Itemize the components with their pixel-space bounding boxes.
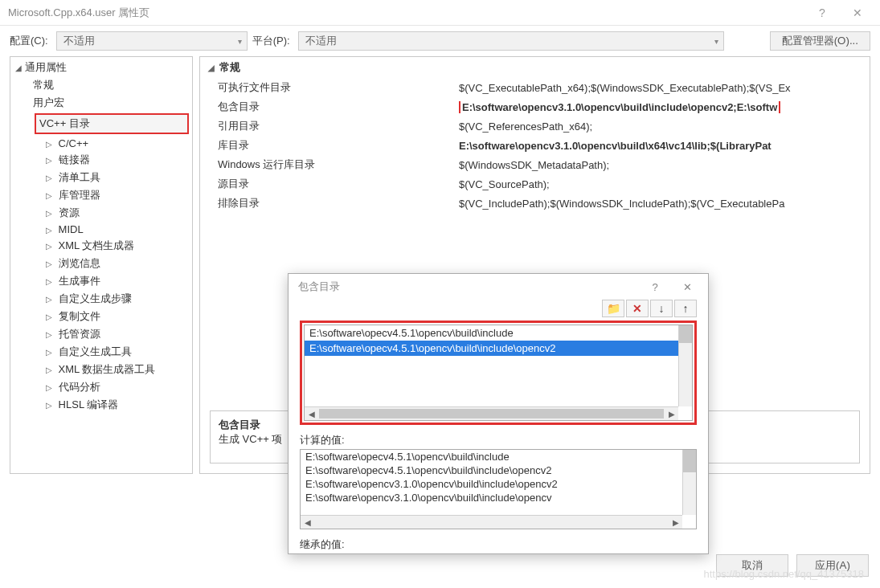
chevron-down-icon: ▾ bbox=[714, 37, 718, 46]
property-row[interactable]: 源目录$(VC_SourcePath); bbox=[218, 174, 870, 194]
property-value: E:\software\opencv3.1.0\opencv\build\x64… bbox=[459, 140, 870, 152]
tree-item[interactable]: ▷ HLSL 编译器 bbox=[10, 396, 192, 414]
property-value: $(VC_ReferencesPath_x64); bbox=[459, 120, 870, 133]
property-value: $(VC_IncludePath);$(WindowsSDK_IncludePa… bbox=[459, 198, 870, 210]
computed-label: 计算的值: bbox=[300, 433, 697, 447]
tree-item[interactable]: ▷ 库管理器 bbox=[10, 186, 192, 204]
delete-icon[interactable]: ✕ bbox=[626, 300, 649, 317]
config-combo[interactable]: 不适用 ▾ bbox=[56, 31, 248, 51]
tree-item[interactable]: ▷ XML 文档生成器 bbox=[10, 237, 192, 255]
dialog-titlebar: 包含目录 ? ✕ bbox=[289, 274, 708, 300]
close-button[interactable]: ✕ bbox=[840, 1, 875, 25]
property-label: 可执行文件目录 bbox=[218, 80, 459, 95]
tree-item[interactable]: ▷ 自定义生成工具 bbox=[10, 343, 192, 361]
tree-item[interactable]: ▷ 清单工具 bbox=[10, 169, 192, 186]
tree-item[interactable]: ▷ 资源 bbox=[10, 204, 192, 222]
scroll-left-icon[interactable]: ◀ bbox=[305, 407, 318, 421]
list-item[interactable]: E:\software\opecv4.5.1\opencv\build\incl… bbox=[305, 325, 692, 341]
scrollbar-thumb[interactable] bbox=[683, 450, 696, 472]
scrollbar-thumb[interactable] bbox=[679, 325, 692, 343]
property-label: 引用目录 bbox=[218, 119, 459, 133]
toolbar: 配置(C): 不适用 ▾ 平台(P): 不适用 ▾ 配置管理器(O)... bbox=[0, 26, 880, 56]
dialog-list-highlight: E:\software\opecv4.5.1\opencv\build\incl… bbox=[300, 321, 697, 425]
property-value: $(VC_SourcePath); bbox=[459, 178, 870, 190]
window-title: Microsoft.Cpp.x64.user 属性页 bbox=[8, 6, 804, 20]
tree: ◢通用属性 常规用户宏VC++ 目录▷ C/C++▷ 链接器▷ 清单工具▷ 库管… bbox=[10, 57, 192, 415]
vertical-scrollbar[interactable] bbox=[682, 450, 696, 515]
property-value: $(WindowsSDK_MetadataPath); bbox=[459, 159, 870, 171]
property-row[interactable]: 排除目录$(VC_IncludePath);$(WindowsSDK_Inclu… bbox=[218, 194, 870, 213]
tree-item-selected[interactable]: VC++ 目录 bbox=[35, 113, 189, 134]
property-label: 包含目录 bbox=[218, 100, 459, 114]
list-item: E:\software\opencv3.1.0\opencv\build\inc… bbox=[301, 491, 696, 504]
scroll-left-icon[interactable]: ◀ bbox=[301, 516, 314, 529]
tree-item[interactable]: ▷ 生成事件 bbox=[10, 272, 192, 290]
scrollbar-track[interactable] bbox=[314, 520, 669, 525]
tree-item[interactable]: ▷ 浏览信息 bbox=[10, 255, 192, 272]
watermark: https://blog.csdn.net/qq_41375318 bbox=[704, 568, 865, 580]
tree-item[interactable]: ▷ 复制文件 bbox=[10, 308, 192, 325]
property-row[interactable]: 库目录E:\software\opencv3.1.0\opencv\build\… bbox=[218, 136, 870, 155]
horizontal-scrollbar[interactable]: ◀ ▶ bbox=[305, 406, 678, 420]
vertical-scrollbar[interactable] bbox=[678, 325, 692, 406]
titlebar: Microsoft.Cpp.x64.user 属性页 ? ✕ bbox=[0, 0, 880, 26]
dialog-title: 包含目录 bbox=[298, 280, 639, 294]
help-button[interactable]: ? bbox=[804, 1, 840, 25]
property-row[interactable]: Windows 运行库目录$(WindowsSDK_MetadataPath); bbox=[218, 155, 870, 174]
dialog-help-button[interactable]: ? bbox=[639, 276, 671, 298]
list-item: E:\software\opecv4.5.1\opencv\build\incl… bbox=[301, 463, 696, 477]
property-value: E:\software\opencv3.1.0\opencv\build\inc… bbox=[459, 101, 870, 113]
scrollbar-track[interactable] bbox=[319, 409, 664, 419]
dialog-close-button[interactable]: ✕ bbox=[671, 276, 703, 298]
folder-new-icon[interactable]: 📁 bbox=[602, 300, 624, 317]
tree-item[interactable]: 用户宏 bbox=[10, 94, 192, 112]
tree-item[interactable]: ▷ MIDL bbox=[10, 222, 192, 237]
property-row[interactable]: 引用目录$(VC_ReferencesPath_x64); bbox=[218, 116, 870, 136]
tree-item[interactable]: ▷ 链接器 bbox=[10, 151, 192, 169]
move-down-icon[interactable]: ↓ bbox=[650, 300, 673, 317]
content-header[interactable]: ◢ 常规 bbox=[200, 57, 870, 78]
tree-item[interactable]: ▷ XML 数据生成器工具 bbox=[10, 361, 192, 378]
content-header-label: 常规 bbox=[219, 60, 240, 75]
list-item: E:\software\opencv3.1.0\opencv\build\inc… bbox=[301, 477, 696, 491]
tree-panel: ◢通用属性 常规用户宏VC++ 目录▷ C/C++▷ 链接器▷ 清单工具▷ 库管… bbox=[10, 56, 193, 474]
tree-item[interactable]: ▷ 自定义生成步骤 bbox=[10, 290, 192, 308]
move-up-icon[interactable]: ↑ bbox=[674, 300, 697, 317]
expand-icon: ◢ bbox=[208, 63, 215, 72]
dialog-toolbar: 📁 ✕ ↓ ↑ bbox=[289, 300, 708, 321]
property-label: 源目录 bbox=[218, 177, 459, 191]
property-label: 库目录 bbox=[218, 138, 459, 153]
config-label: 配置(C): bbox=[10, 34, 48, 48]
platform-label: 平台(P): bbox=[252, 34, 290, 48]
property-label: 排除目录 bbox=[218, 196, 459, 210]
tree-item[interactable]: 常规 bbox=[10, 76, 192, 94]
dialog-list[interactable]: E:\software\opecv4.5.1\opencv\build\incl… bbox=[304, 325, 693, 421]
list-item: E:\software\opecv4.5.1\opencv\build\incl… bbox=[301, 450, 696, 463]
chevron-down-icon: ▾ bbox=[238, 37, 242, 46]
tree-item[interactable]: ▷ 托管资源 bbox=[10, 325, 192, 343]
platform-combo[interactable]: 不适用 ▾ bbox=[298, 31, 724, 51]
platform-value: 不适用 bbox=[305, 34, 337, 48]
computed-list: E:\software\opecv4.5.1\opencv\build\incl… bbox=[300, 449, 697, 529]
inherited-label: 继承的值: bbox=[300, 537, 697, 552]
include-dirs-dialog: 包含目录 ? ✕ 📁 ✕ ↓ ↑ E:\software\opecv4.5.1\… bbox=[288, 273, 709, 554]
property-row[interactable]: 包含目录E:\software\opencv3.1.0\opencv\build… bbox=[218, 97, 870, 116]
scroll-right-icon[interactable]: ▶ bbox=[665, 407, 678, 421]
expand-icon: ◢ bbox=[15, 63, 25, 72]
scroll-right-icon[interactable]: ▶ bbox=[669, 516, 682, 529]
list-item[interactable]: E:\software\opecv4.5.1\opencv\build\incl… bbox=[305, 341, 692, 356]
property-label: Windows 运行库目录 bbox=[218, 157, 459, 172]
config-manager-button[interactable]: 配置管理器(O)... bbox=[770, 31, 870, 51]
property-row[interactable]: 可执行文件目录$(VC_ExecutablePath_x64);$(Window… bbox=[218, 78, 870, 97]
tree-item[interactable]: ▷ 代码分析 bbox=[10, 378, 192, 396]
horizontal-scrollbar[interactable]: ◀ ▶ bbox=[301, 515, 682, 529]
tree-item[interactable]: ▷ C/C++ bbox=[10, 136, 192, 151]
property-value: $(VC_ExecutablePath_x64);$(WindowsSDK_Ex… bbox=[459, 82, 870, 94]
tree-root[interactable]: ◢通用属性 bbox=[10, 59, 192, 76]
property-grid: 可执行文件目录$(VC_ExecutablePath_x64);$(Window… bbox=[200, 78, 870, 213]
config-value: 不适用 bbox=[63, 34, 95, 48]
